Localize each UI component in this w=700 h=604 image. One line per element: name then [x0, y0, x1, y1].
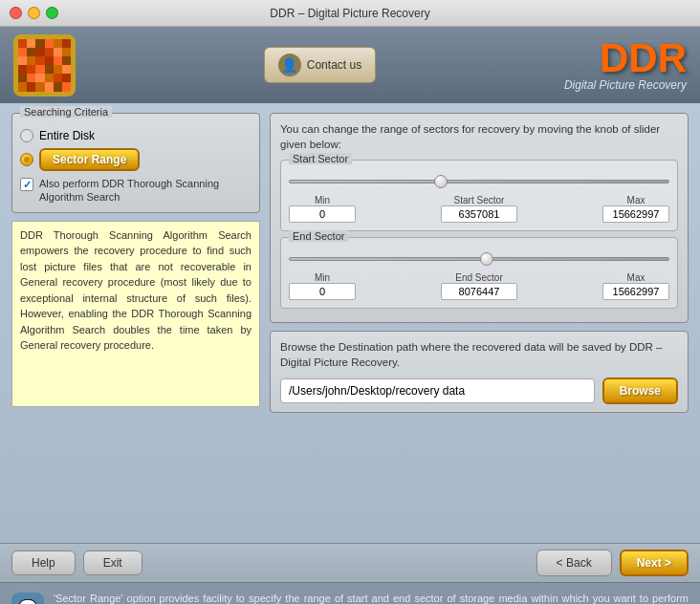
start-sector-slider-bg [289, 180, 669, 183]
tooltip-content: 'Sector Range' option provides facility … [54, 593, 689, 604]
brand-area: DDR Digital Picture Recovery [564, 38, 687, 92]
start-min-label: Min [315, 195, 330, 205]
maximize-button[interactable] [46, 7, 58, 19]
start-min-input[interactable] [289, 205, 356, 223]
start-sector-values: Min Start Sector Max [289, 195, 669, 223]
start-sector-input[interactable] [441, 205, 517, 223]
browse-box: Browse the Destination path where the re… [270, 331, 689, 413]
end-min-input[interactable] [289, 283, 356, 300]
brand-subtitle-text: Digital Picture Recovery [564, 78, 687, 92]
end-sector-label: End Sector [289, 230, 348, 242]
start-sector-center-label: Start Sector [454, 195, 505, 205]
description-text: DDR Thorough Scanning Algorithm Search e… [20, 229, 252, 352]
entire-disk-label: Entire Disk [39, 129, 95, 142]
start-max-label: Max [627, 195, 645, 205]
app-logo [13, 34, 76, 97]
start-sector-knob[interactable] [434, 175, 448, 188]
end-sector-center-label: End Sector [455, 272, 502, 283]
sector-info-box: You can change the range of sectors for … [270, 113, 689, 323]
end-sector-slider-track [289, 251, 669, 267]
start-sector-group: Start Sector Min Start Sector Max [280, 160, 678, 231]
browse-row: Browse [280, 378, 678, 404]
logo-checkerboard [18, 39, 71, 92]
contact-us-button[interactable]: 👤 Contact us [264, 47, 376, 83]
start-max-group: Max [602, 195, 669, 223]
thorough-scan-label: Also perform DDR Thorough Scanning Algor… [39, 177, 252, 205]
tooltip-text: 'Sector Range' option provides facility … [54, 591, 689, 604]
searching-criteria-label: Searching Criteria [20, 106, 112, 118]
entire-disk-option[interactable]: Entire Disk [20, 129, 252, 142]
exit-button[interactable]: Exit [83, 550, 142, 575]
contact-icon: 👤 [278, 54, 301, 76]
end-max-input[interactable] [602, 283, 669, 300]
browse-path-input[interactable] [280, 378, 595, 403]
bottom-bar: Help Exit < Back Next > [0, 543, 700, 582]
end-center-group: End Sector [441, 272, 517, 300]
end-min-group: Min [289, 272, 356, 300]
end-min-label: Min [315, 272, 330, 283]
minimize-button[interactable] [28, 7, 40, 19]
next-button[interactable]: Next > [620, 550, 689, 576]
header: 👤 Contact us DDR Digital Picture Recover… [0, 27, 700, 103]
end-sector-values: Min End Sector Max [289, 272, 669, 300]
left-panel: Searching Criteria Entire Disk Sector Ra… [11, 113, 260, 533]
contact-us-label: Contact us [307, 58, 361, 72]
bottom-right-buttons: < Back Next > [536, 550, 689, 576]
browse-text: Browse the Destination path where the re… [280, 339, 678, 370]
speech-bubble-icon: 💬 [11, 593, 44, 604]
start-sector-label: Start Sector [289, 153, 352, 164]
thorough-scan-checkbox[interactable] [20, 178, 33, 191]
brand-ddr-text: DDR [564, 38, 687, 78]
right-panel: You can change the range of sectors for … [270, 113, 689, 533]
end-sector-group: End Sector Min End Sector Max [280, 237, 678, 309]
end-sector-input[interactable] [441, 283, 517, 300]
window-title: DDR – Digital Picture Recovery [270, 7, 429, 20]
tooltip-bar: 💬 'Sector Range' option provides facilit… [0, 582, 700, 604]
searching-criteria-box: Searching Criteria Entire Disk Sector Ra… [11, 113, 260, 213]
entire-disk-radio[interactable] [20, 129, 33, 142]
main-content: Searching Criteria Entire Disk Sector Ra… [0, 103, 700, 543]
end-max-group: Max [602, 272, 669, 300]
end-max-label: Max [627, 272, 645, 283]
close-button[interactable] [10, 7, 22, 19]
window-controls [10, 7, 58, 19]
start-min-group: Min [289, 195, 356, 223]
start-sector-slider-track [289, 174, 669, 189]
bottom-left-buttons: Help Exit [11, 550, 142, 575]
start-max-input[interactable] [602, 205, 669, 223]
back-button[interactable]: < Back [536, 550, 612, 576]
sector-range-option[interactable]: Sector Range [20, 148, 252, 171]
sector-range-radio[interactable] [20, 153, 33, 166]
end-sector-knob[interactable] [480, 252, 493, 266]
description-box: DDR Thorough Scanning Algorithm Search e… [11, 221, 260, 407]
sector-info-text: You can change the range of sectors for … [280, 121, 678, 152]
browse-button[interactable]: Browse [602, 378, 678, 404]
thorough-scan-row: Also perform DDR Thorough Scanning Algor… [20, 177, 252, 205]
help-button[interactable]: Help [11, 550, 76, 575]
titlebar: DDR – Digital Picture Recovery [0, 0, 700, 27]
start-center-group: Start Sector [441, 195, 517, 223]
sector-range-button[interactable]: Sector Range [39, 148, 140, 171]
